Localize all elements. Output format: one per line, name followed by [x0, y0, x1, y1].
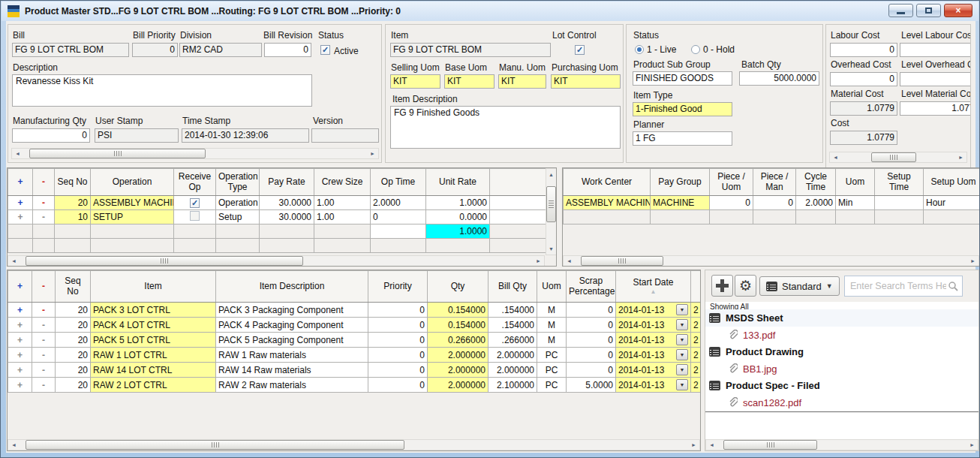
- piece-man-cell[interactable]: 0: [753, 196, 796, 210]
- priority-cell[interactable]: 0: [368, 378, 428, 393]
- bill-qty-cell[interactable]: 2.000000: [488, 363, 537, 378]
- item-description-cell[interactable]: PACK 3 Packaging Component: [216, 303, 368, 318]
- item-cell[interactable]: RAW 14 LOT CTRL: [91, 363, 216, 378]
- bill-qty-cell[interactable]: 2.100000: [488, 378, 537, 393]
- costs-panel-hscrollbar[interactable]: ◄ ►: [829, 152, 967, 163]
- priority-cell[interactable]: 0: [368, 318, 428, 333]
- seq-no-cell[interactable]: 20: [56, 318, 91, 333]
- date-dropdown-button[interactable]: ▼: [676, 334, 688, 345]
- scrollbar-track[interactable]: [20, 256, 533, 266]
- remove-row-button[interactable]: -: [32, 348, 56, 363]
- scrap-percentage-cell[interactable]: 0: [567, 348, 616, 363]
- work-center-cell[interactable]: ASSEMBLY MACHINE: [564, 196, 651, 210]
- remove-column-header[interactable]: -: [32, 271, 56, 303]
- scrollbar-track[interactable]: [575, 256, 967, 266]
- scrollbar-track[interactable]: [841, 152, 955, 162]
- scrollbar-track[interactable]: [546, 180, 556, 243]
- seq-no-cell[interactable]: 20: [56, 348, 91, 363]
- date-dropdown-button[interactable]: ▼: [676, 349, 688, 360]
- item-description-cell[interactable]: RAW 2 Raw materials: [216, 378, 368, 393]
- attachments-hscrollbar[interactable]: ◄ ►: [705, 439, 978, 450]
- add-row-button[interactable]: +: [8, 363, 32, 378]
- qty-cell[interactable]: 0.266000: [428, 333, 488, 348]
- uom-cell[interactable]: PC: [537, 378, 567, 393]
- status-live-radio[interactable]: 1 - Live: [635, 44, 676, 55]
- remove-row-button[interactable]: -: [32, 303, 56, 318]
- setup-uom-cell[interactable]: Hour: [924, 196, 980, 210]
- item-cell[interactable]: PACK 3 LOT CTRL: [91, 303, 216, 318]
- batch-qty-field[interactable]: 5000.0000: [739, 71, 819, 86]
- start-date-cell[interactable]: 2014-01-13▼: [616, 363, 691, 378]
- attachment-file-link[interactable]: 133.pdf: [705, 327, 978, 343]
- remove-row-button[interactable]: -: [32, 378, 56, 393]
- scroll-right-icon[interactable]: ►: [533, 256, 544, 266]
- receive-op-checkbox[interactable]: [190, 211, 200, 221]
- uom-cell[interactable]: M: [537, 318, 567, 333]
- item-cell[interactable]: RAW 1 LOT CTRL: [91, 348, 216, 363]
- close-button[interactable]: ×: [944, 4, 972, 17]
- mfg-qty-field[interactable]: 0: [12, 128, 90, 143]
- scrollbar-thumb[interactable]: [723, 440, 817, 450]
- scroll-left-icon[interactable]: ◄: [706, 440, 717, 450]
- scrollbar-track[interactable]: [23, 149, 367, 158]
- scroll-down-icon[interactable]: ▼: [546, 243, 556, 255]
- attachment-category[interactable]: MSDS Sheet: [705, 309, 978, 327]
- pay-rate-cell[interactable]: 30.0000: [260, 196, 314, 210]
- operation-cell[interactable]: ASSEMBLY MACHINE: [91, 196, 174, 210]
- operation-type-cell[interactable]: Setup: [216, 210, 260, 224]
- attachment-category[interactable]: Product Spec - Filed: [705, 377, 978, 394]
- active-checkbox[interactable]: [320, 45, 330, 55]
- restore-button[interactable]: [916, 4, 941, 17]
- item-description-field[interactable]: FG 9 Finished Goods: [390, 106, 621, 149]
- op-time-cell[interactable]: 2.0000: [371, 196, 426, 210]
- add-row-button[interactable]: +: [8, 348, 32, 363]
- item-description-cell[interactable]: PACK 5 Packaging Component: [216, 333, 368, 348]
- start-date-cell[interactable]: 2014-01-13▼: [616, 333, 691, 348]
- item-cell[interactable]: RAW 2 LOT CTRL: [91, 378, 216, 393]
- scrollbar-thumb[interactable]: [26, 440, 404, 450]
- date-dropdown-button[interactable]: ▼: [676, 304, 688, 315]
- planner-field[interactable]: 1 FG: [633, 131, 732, 146]
- start-date-cell[interactable]: 2014-01-13▼: [616, 378, 691, 393]
- selling-uom-field[interactable]: KIT: [390, 74, 440, 89]
- pay-rate-cell[interactable]: 30.0000: [260, 210, 314, 224]
- scroll-right-icon[interactable]: ►: [688, 440, 699, 450]
- seq-no-cell[interactable]: 20: [55, 196, 91, 210]
- item-cell[interactable]: PACK 4 LOT CTRL: [91, 318, 216, 333]
- priority-cell[interactable]: 0: [368, 333, 428, 348]
- scroll-right-icon[interactable]: ►: [955, 152, 966, 162]
- level-labour-cost-field[interactable]: [900, 43, 971, 57]
- purchasing-uom-field[interactable]: KIT: [551, 74, 621, 89]
- add-row-button[interactable]: +: [8, 333, 32, 348]
- base-uom-field[interactable]: KIT: [444, 74, 495, 89]
- status-hold-radio[interactable]: 0 - Hold: [691, 44, 735, 55]
- pay-group-cell[interactable]: MACHINE: [651, 196, 710, 210]
- seq-no-cell[interactable]: 20: [56, 378, 91, 393]
- scrollbar-thumb[interactable]: [546, 186, 556, 222]
- scroll-right-icon[interactable]: ►: [967, 256, 978, 266]
- minimize-button[interactable]: [888, 4, 913, 17]
- scrap-percentage-cell[interactable]: 0: [567, 363, 616, 378]
- overhead-cost-field[interactable]: 0: [830, 72, 897, 86]
- scrollbar-thumb[interactable]: [871, 152, 916, 162]
- add-attachment-button[interactable]: [711, 275, 733, 297]
- bill-qty-cell[interactable]: 2.000000: [488, 348, 537, 363]
- setup-time-cell[interactable]: [875, 196, 924, 210]
- uom-cell[interactable]: Min: [836, 196, 875, 210]
- qty-cell[interactable]: 2.000000: [428, 378, 488, 393]
- remove-row-button[interactable]: -: [32, 333, 56, 348]
- scrap-percentage-cell[interactable]: 0: [567, 333, 616, 348]
- qty-cell[interactable]: 2.000000: [428, 363, 488, 378]
- receive-op-checkbox[interactable]: [190, 198, 200, 208]
- operation-cell[interactable]: SETUP: [91, 210, 174, 224]
- standard-view-dropdown[interactable]: Standard ▼: [759, 276, 840, 296]
- bill-panel-hscrollbar[interactable]: ◄ ►: [11, 148, 379, 159]
- operation-type-cell[interactable]: Operation: [216, 196, 260, 210]
- level-overhead-cost-field[interactable]: [900, 72, 971, 86]
- scroll-right-icon[interactable]: ►: [966, 440, 978, 450]
- add-row-button[interactable]: +: [8, 303, 32, 318]
- labour-cost-field[interactable]: 0: [830, 43, 897, 57]
- product-sub-group-field[interactable]: FINISHED GOODS: [633, 71, 732, 86]
- seq-no-cell[interactable]: 20: [56, 363, 91, 378]
- item-description-cell[interactable]: RAW 14 Raw materials: [216, 363, 368, 378]
